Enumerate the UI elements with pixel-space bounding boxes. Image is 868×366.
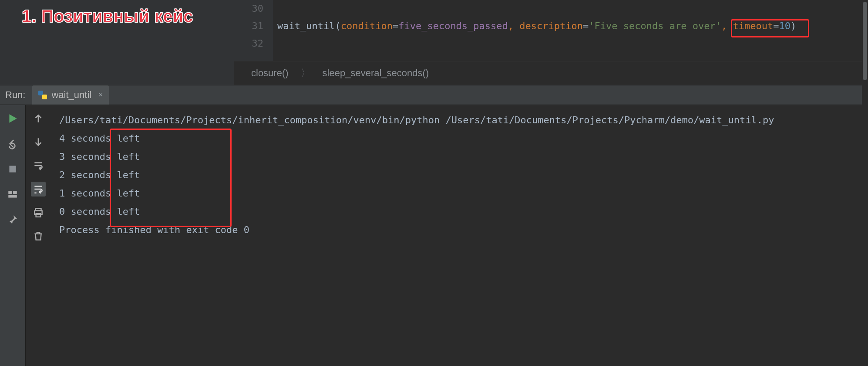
code-token-eq: = <box>583 20 589 31</box>
print-button[interactable] <box>31 205 46 220</box>
svg-rect-3 <box>13 191 17 194</box>
console-line: Process finished with exit code 0 <box>59 221 868 239</box>
console-output[interactable]: /Users/tati/Documents/Projects/inherit_c… <box>50 105 868 366</box>
ide-root: 1. Позитивный кейс 30 31 32 wait_until(c… <box>0 0 868 366</box>
scrollbar-thumb[interactable] <box>863 2 867 80</box>
console-line: 3 seconds left <box>59 148 868 166</box>
console-line: 0 seconds left <box>59 203 868 221</box>
line-number: 32 <box>234 35 263 52</box>
breadcrumbs[interactable]: closure() 〉 sleep_several_seconds() <box>234 61 868 85</box>
code-token-eq: = <box>393 20 398 31</box>
soft-wrap-button[interactable] <box>31 158 46 173</box>
run-label: Run: <box>5 89 25 101</box>
line-number: 31 <box>234 17 263 35</box>
vertical-scrollbar[interactable] <box>862 0 868 366</box>
code-token-fn: wait_until <box>277 20 335 31</box>
code-token-comma: , <box>721 20 733 31</box>
stop-button[interactable] <box>5 162 20 176</box>
code-line[interactable]: wait_until(condition=five_seconds_passed… <box>277 17 796 35</box>
run-header: Run: wait_until × <box>0 85 868 105</box>
overlay-panel: 1. Позитивный кейс <box>0 0 234 85</box>
console-line: 1 seconds left <box>59 184 868 203</box>
code-token-eq: = <box>773 20 779 31</box>
code-token-paren: ( <box>335 20 340 31</box>
console-line: 2 seconds left <box>59 166 868 184</box>
rerun-button[interactable] <box>5 111 20 126</box>
overlay-title: 1. Позитивный кейс <box>22 7 193 26</box>
code-token-kw: description <box>519 20 583 31</box>
close-icon[interactable]: × <box>98 91 103 99</box>
console-nav-rail <box>25 105 50 366</box>
chevron-right-icon: 〉 <box>301 67 310 80</box>
pin-button[interactable] <box>5 212 20 227</box>
svg-marker-0 <box>9 114 17 123</box>
python-icon <box>38 91 47 99</box>
console-line: /Users/tati/Documents/Projects/inherit_c… <box>59 111 868 129</box>
editor-gutter: 30 31 32 <box>234 0 273 61</box>
code-token-comma: , <box>508 20 520 31</box>
code-token-kw: timeout <box>733 20 773 31</box>
svg-rect-4 <box>8 195 17 198</box>
line-number: 30 <box>234 0 263 17</box>
svg-rect-1 <box>9 166 16 172</box>
svg-rect-7 <box>36 214 40 217</box>
code-editor[interactable]: 30 31 32 wait_until(condition=five_secon… <box>234 0 868 85</box>
code-token-paren: ) <box>791 20 796 31</box>
breadcrumb-item[interactable]: closure() <box>251 68 289 79</box>
settings-button[interactable] <box>5 136 20 151</box>
trash-button[interactable] <box>31 229 46 244</box>
breadcrumb-item[interactable]: sleep_several_seconds() <box>323 68 429 79</box>
run-tab[interactable]: wait_until × <box>32 85 109 105</box>
code-token-num: 10 <box>779 20 791 31</box>
svg-rect-2 <box>8 191 12 194</box>
code-token-var: five_seconds_passed <box>398 20 508 31</box>
run-tab-label: wait_until <box>51 89 91 101</box>
code-line <box>277 35 796 52</box>
run-action-rail <box>0 105 25 366</box>
console-line: 4 seconds left <box>59 129 868 148</box>
run-body: /Users/tati/Documents/Projects/inherit_c… <box>0 105 868 366</box>
code-line <box>277 0 796 17</box>
editor-area: 1. Позитивный кейс 30 31 32 wait_until(c… <box>0 0 868 85</box>
code-token-str: 'Five seconds are over' <box>589 20 721 31</box>
down-button[interactable] <box>31 135 46 149</box>
layout-button[interactable] <box>5 187 20 202</box>
scroll-to-end-button[interactable] <box>31 182 46 197</box>
editor-body[interactable]: wait_until(condition=five_seconds_passed… <box>273 0 796 61</box>
code-token-kw: condition <box>341 20 393 31</box>
up-button[interactable] <box>31 111 46 126</box>
